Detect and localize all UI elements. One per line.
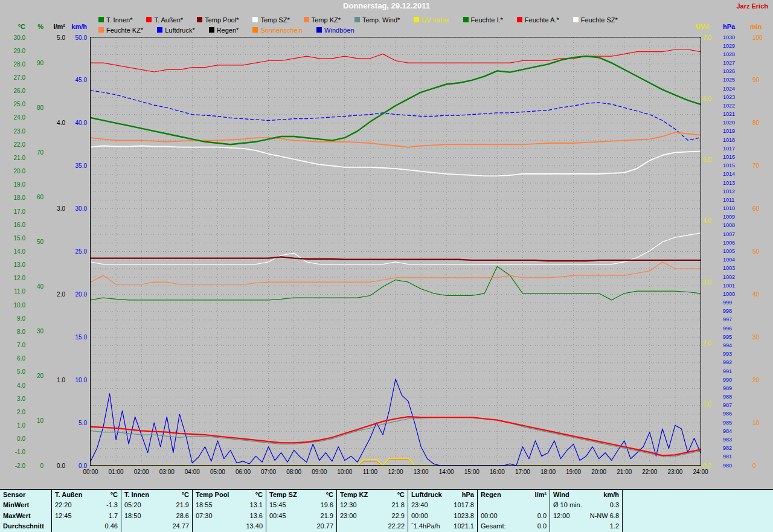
legend-item-feuchte-sz: Feuchte SZ* (573, 16, 618, 24)
uv-tick-label: 3.0 (703, 279, 720, 286)
hpa-tick-label: 1022 (723, 103, 742, 109)
cell-value: °C (182, 490, 189, 500)
hpa-tick-label: 998 (723, 308, 742, 315)
header-t-au-en: T. Außen°C (51, 490, 121, 500)
cell-time: 07:30 (196, 511, 213, 521)
row-label: MinWert (0, 500, 51, 510)
legend-item-t-innen: T. Innen* (98, 16, 132, 24)
percent-tick-label: 50 (25, 239, 43, 245)
hpa-tick-label: 981 (723, 453, 742, 460)
table-cell: 24.77 (121, 521, 192, 531)
cell-value: 0.46 (105, 521, 118, 531)
degC-tick-label: 10.0 (1, 302, 25, 309)
degC-tick-label: 23.0 (1, 128, 25, 135)
table-cell: 23:0022.9 (336, 511, 408, 521)
min-tick-label: 10 (752, 420, 769, 426)
kmh-tick-label: 25.0 (63, 248, 87, 255)
page-title: Donnerstag, 29.12.2011 (343, 1, 430, 10)
table-cell-spacer (622, 521, 773, 531)
x-tick-label: 16:00 (484, 469, 510, 475)
x-tick-label: 14:00 (433, 469, 460, 475)
legend-label: Temp SZ* (260, 16, 289, 24)
kmh-tick-label: 0.0 (63, 463, 87, 469)
percent-tick-label: 80 (25, 104, 43, 111)
hpa-tick-label: 996 (723, 325, 742, 332)
hpa-tick-label: 1011 (723, 197, 742, 204)
legend-item-temp-wind: Temp. Wind* (354, 16, 400, 24)
cell-time: Sensor (3, 490, 25, 500)
degC-tick-label: 3.0 (1, 396, 25, 402)
windb-en-color-swatch (316, 27, 322, 33)
cell-time: MaxWert (3, 511, 31, 521)
table-cell: 12:00N-NW 6.8 (550, 511, 622, 521)
hpa-tick-label: 1024 (723, 86, 742, 92)
luftdruck-color-swatch (157, 27, 162, 33)
table-cell: 00:4521.9 (266, 511, 336, 521)
cell-time: 15:45 (269, 500, 286, 510)
chart-legend-row-2: Feuchte KZ*Luftdruck*Regen*SonnenscheinW… (98, 26, 354, 34)
degC-tick-label: 30.0 (1, 34, 25, 41)
uv-tick-label: 2.0 (703, 340, 720, 347)
hpa-tick-label: 1014 (723, 171, 742, 178)
table-row-maxwert: MaxWert12:451.718:5028.607:3013.600:4521… (0, 511, 773, 521)
temp-wind-color-swatch (354, 17, 360, 22)
axis-header-uv: UV-I (696, 23, 716, 30)
table-cell: 12:3021.8 (336, 500, 408, 510)
cell-value: 21.9 (321, 511, 333, 521)
legend-item-feuchte-i: Feuchte I.* (463, 16, 503, 24)
hpa-tick-label: 999 (723, 300, 742, 306)
legend-label: Feuchte I.* (471, 16, 503, 24)
temp-sz-color-swatch (252, 17, 258, 22)
hpa-tick-label: 1023 (723, 94, 742, 101)
cell-value: 22.9 (392, 511, 405, 521)
series-windboeen (91, 379, 701, 466)
feuchte-i-color-swatch (463, 17, 469, 22)
cell-value: 1023.8 (454, 511, 474, 521)
cell-time: MinWert (3, 500, 29, 510)
degC-tick-label: 21.0 (1, 155, 25, 161)
cell-time: Wind (553, 490, 569, 500)
table-cell: 0.46 (51, 521, 121, 531)
legend-label: Regen* (217, 27, 239, 34)
hpa-tick-label: 985 (723, 420, 742, 426)
row-label: Durchschnitt (0, 521, 51, 531)
hpa-tick-label: 1019 (723, 128, 742, 135)
degC-tick-label: 26.0 (1, 88, 25, 94)
uv-tick-label: 0.0 (703, 463, 720, 469)
hpa-tick-label: 1001 (723, 283, 742, 289)
cell-value: hPa (462, 490, 474, 500)
hpa-tick-label: 992 (723, 359, 742, 366)
degC-tick-label: 18.0 (1, 194, 25, 201)
lm2-tick-label: 4.0 (45, 120, 65, 126)
min-tick-label: 20 (752, 377, 769, 383)
hpa-tick-label: 1029 (723, 43, 742, 50)
hpa-tick-label: 1007 (723, 231, 742, 238)
sonnenschein-color-swatch (252, 27, 258, 33)
degC-tick-label: 24.0 (1, 114, 25, 121)
legend-item-sonnenschein: Sonnenschein (252, 27, 303, 34)
degC-tick-label: 25.0 (1, 101, 25, 107)
legend-item-feuchte-kz: Feuchte KZ* (98, 27, 143, 34)
table-cell: 05:2021.9 (121, 500, 192, 510)
legend-item-luftdruck: Luftdruck* (157, 27, 195, 34)
hpa-tick-label: 1026 (723, 68, 742, 75)
degC-tick-label: 22.0 (1, 141, 25, 148)
degC-tick-label: 5.0 (1, 368, 25, 375)
x-tick-label: 10:00 (332, 469, 358, 475)
hpa-tick-label: 990 (723, 377, 742, 383)
table-cell: 18:5513.1 (192, 500, 266, 510)
x-tick-label: 15:00 (458, 469, 485, 475)
cell-time: ˇ1.4hPa/h (411, 521, 440, 531)
cell-time: T. Innen (124, 490, 149, 500)
axis-header-lm2: l/m² (45, 23, 65, 30)
cell-time: Luftdruck (411, 490, 442, 500)
degC-tick-label: 8.0 (1, 328, 25, 335)
percent-tick-label: 90 (25, 60, 43, 66)
hpa-tick-label: 988 (723, 394, 742, 400)
header-temp-sz: Temp SZ°C (266, 490, 336, 500)
header-regen: Regenl/m² (477, 490, 550, 500)
hpa-tick-label: 983 (723, 437, 742, 443)
table-cell: 22:20-1.3 (51, 500, 121, 510)
percent-tick-label: 70 (25, 149, 43, 156)
uv-tick-label: 5.0 (703, 156, 720, 163)
